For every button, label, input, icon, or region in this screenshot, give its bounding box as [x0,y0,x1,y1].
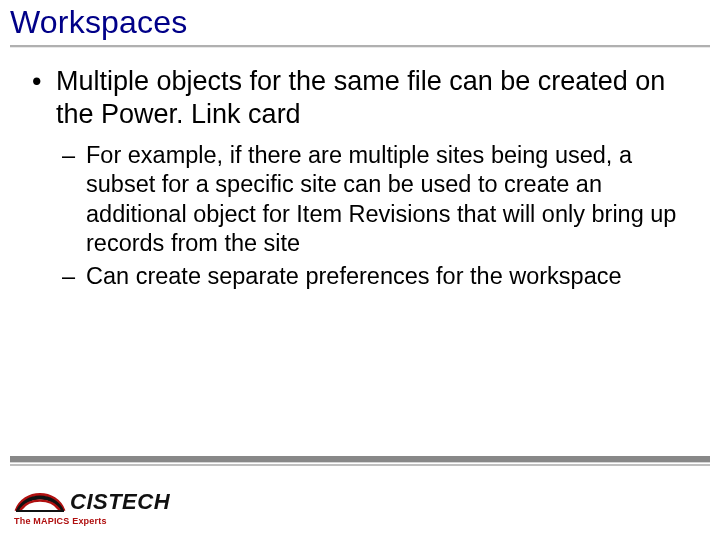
bullet-sub-2: Can create separate preferences for the … [56,262,692,291]
logo-name: CISTECH [70,489,170,515]
logo: CISTECH The MAPICS Experts [14,485,174,526]
bullet-sub-1: For example, if there are multiple sites… [56,141,692,259]
slide-title: Workspaces [10,4,710,41]
footer-divider-thin [10,464,710,466]
bullet-list-level2: For example, if there are multiple sites… [56,141,692,292]
title-wrap: Workspaces [0,0,720,41]
bullet-main-text: Multiple objects for the same file can b… [56,66,665,129]
footer-divider [10,456,710,466]
logo-top: CISTECH [14,485,174,515]
slide-body: Multiple objects for the same file can b… [0,47,720,292]
slide: Workspaces Multiple objects for the same… [0,0,720,540]
logo-tagline: The MAPICS Experts [14,516,174,526]
bullet-main: Multiple objects for the same file can b… [28,65,692,292]
bullet-list-level1: Multiple objects for the same file can b… [28,65,692,292]
footer-divider-thick [10,456,710,462]
bullet-sub-2-text: Can create separate preferences for the … [86,263,622,289]
logo-arc-icon [14,485,66,515]
bullet-sub-1-text: For example, if there are multiple sites… [86,142,676,256]
svg-rect-0 [16,510,64,512]
